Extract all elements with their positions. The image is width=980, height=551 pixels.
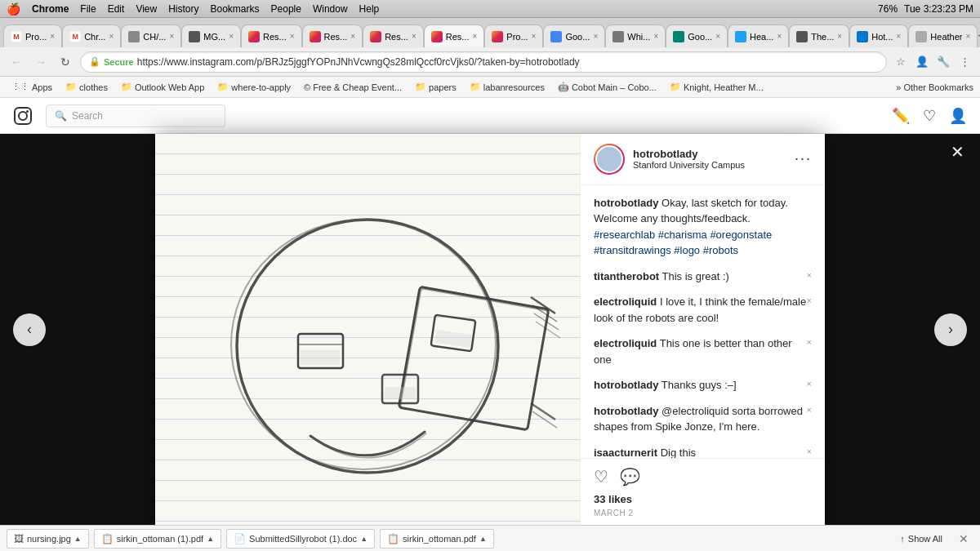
heart-icon[interactable]: ♡ xyxy=(923,107,936,125)
menu-window[interactable]: Window xyxy=(313,3,348,15)
tab-5[interactable]: Res... × xyxy=(241,24,302,47)
caption-hashtag-5[interactable]: #logo xyxy=(674,244,700,256)
download-item-3[interactable]: 📄 SubmittedSillyrobot (1).doc ▲ xyxy=(226,529,375,549)
bookmarks-more[interactable]: » Other Bookmarks xyxy=(896,82,973,92)
tab-close-10[interactable]: × xyxy=(593,32,598,41)
comment-close-3[interactable]: × xyxy=(807,337,812,347)
commenter-5[interactable]: hotrobotlady xyxy=(594,405,658,417)
download-arrow-1[interactable]: ▲ xyxy=(74,535,82,543)
tab-15[interactable]: Hot... × xyxy=(849,24,908,47)
download-arrow-3[interactable]: ▲ xyxy=(360,535,368,543)
tab-1[interactable]: M Pro... × xyxy=(3,24,62,47)
bookmark-papers[interactable]: 📁 papers xyxy=(410,80,461,94)
tab-close-15[interactable]: × xyxy=(897,32,902,41)
comment-close-6[interactable]: × xyxy=(807,447,812,456)
tab-6[interactable]: Res... × xyxy=(302,24,363,47)
bookmark-knight[interactable]: 📁 Knight, Heather M... xyxy=(665,80,768,94)
modal-prev-button[interactable]: ‹ xyxy=(13,313,46,346)
caption-hashtag-2[interactable]: #charisma xyxy=(658,229,707,241)
download-bar-close[interactable]: ✕ xyxy=(954,531,973,547)
tab-close-13[interactable]: × xyxy=(777,32,782,41)
menu-help[interactable]: Help xyxy=(359,3,380,15)
bookmark-laban[interactable]: 📁 labanresources xyxy=(465,80,550,94)
comment-close-2[interactable]: × xyxy=(807,295,812,305)
tab-close-3[interactable]: × xyxy=(169,32,174,41)
tab-close-4[interactable]: × xyxy=(229,32,234,41)
download-item-4[interactable]: 📋 sirkin_ottoman.pdf ▲ xyxy=(380,529,494,549)
url-bar[interactable]: 🔒 Secure https://www.instagram.com/p/BRJ… xyxy=(80,51,887,73)
tab-14[interactable]: The... × xyxy=(789,24,849,47)
profile-icon[interactable]: 👤 xyxy=(913,53,931,71)
like-button[interactable]: ♡ xyxy=(594,467,608,487)
comment-close-5[interactable]: × xyxy=(807,405,812,415)
tab-close-12[interactable]: × xyxy=(715,32,720,41)
tab-heather[interactable]: Heather × xyxy=(908,24,978,47)
post-username[interactable]: hotrobotlady xyxy=(633,148,745,160)
back-button[interactable]: ← xyxy=(7,52,26,72)
menu-view[interactable]: View xyxy=(136,3,157,15)
tab-3[interactable]: CH/... × xyxy=(121,24,181,47)
tab-close-1[interactable]: × xyxy=(50,32,55,41)
reload-button[interactable]: ↻ xyxy=(56,52,75,72)
instagram-search-bar[interactable]: 🔍 Search xyxy=(46,104,225,127)
modal-close-button[interactable]: ✕ xyxy=(944,139,970,165)
tab-close-heather[interactable]: × xyxy=(965,32,970,41)
menu-history[interactable]: History xyxy=(168,3,198,15)
tab-close-11[interactable]: × xyxy=(653,32,658,41)
bookmark-outlook[interactable]: 📁 Outlook Web App xyxy=(116,80,209,94)
edit-icon[interactable]: ✏️ xyxy=(892,107,910,125)
caption-hashtag-6[interactable]: #robots xyxy=(703,244,738,256)
tab-7[interactable]: Res... × xyxy=(363,24,424,47)
caption-hashtag-3[interactable]: #oregonstate xyxy=(710,229,772,241)
commenter-4[interactable]: hotrobotlady xyxy=(594,379,658,391)
menu-edit[interactable]: Edit xyxy=(108,3,125,15)
tab-close-8[interactable]: × xyxy=(472,32,477,41)
tab-close-7[interactable]: × xyxy=(412,32,416,41)
tab-10[interactable]: Goo... × xyxy=(543,24,605,47)
bookmark-free-events[interactable]: © Free & Cheap Event... xyxy=(299,81,407,94)
commenter-2[interactable]: electroliquid xyxy=(594,295,657,308)
modal-next-button[interactable]: › xyxy=(934,313,967,346)
post-location[interactable]: Stanford University Campus xyxy=(633,160,745,170)
caption-hashtag-1[interactable]: #researchlab xyxy=(594,229,655,241)
tab-8-active[interactable]: Res... × xyxy=(424,24,485,47)
apple-menu[interactable]: 🍎 xyxy=(7,2,20,16)
menu-people[interactable]: People xyxy=(271,3,301,15)
download-arrow-4[interactable]: ▲ xyxy=(479,535,487,543)
show-all-button[interactable]: ↑ Show All xyxy=(893,532,949,545)
comment-close-1[interactable]: × xyxy=(807,270,812,280)
bookmark-where-to-apply[interactable]: 📁 where-to-apply xyxy=(212,80,296,94)
tab-close-5[interactable]: × xyxy=(290,32,295,41)
comment-close-4[interactable]: × xyxy=(807,379,812,389)
menu-file[interactable]: File xyxy=(80,3,96,15)
menu-bookmarks[interactable]: Bookmarks xyxy=(211,3,260,15)
forward-button[interactable]: → xyxy=(31,52,51,72)
bookmark-clothes[interactable]: 📁 clothes xyxy=(60,80,113,94)
commenter-3[interactable]: electroliquid xyxy=(594,337,657,349)
bookmark-cobot[interactable]: 🤖 Cobot Main – Cobo... xyxy=(553,80,662,94)
download-item-2[interactable]: 📋 sirkin_ottoman (1).pdf ▲ xyxy=(94,529,221,549)
commenter-1[interactable]: titantherobot xyxy=(594,270,659,282)
tab-13[interactable]: Hea... × xyxy=(728,24,789,47)
menu-icon[interactable]: ⋮ xyxy=(956,53,973,71)
post-avatar[interactable] xyxy=(594,144,625,175)
profile-icon[interactable]: 👤 xyxy=(949,107,967,125)
post-options-button[interactable]: ··· xyxy=(795,150,812,167)
caption-username[interactable]: hotrobotlady xyxy=(594,197,658,209)
tab-close-2[interactable]: × xyxy=(109,32,114,41)
tab-close-6[interactable]: × xyxy=(350,32,355,41)
download-arrow-2[interactable]: ▲ xyxy=(207,535,214,543)
tab-9[interactable]: Pro... × xyxy=(484,24,543,47)
bookmark-apps[interactable]: ⋮⋮ Apps xyxy=(7,80,57,94)
menu-chrome[interactable]: Chrome xyxy=(32,3,69,15)
tab-12[interactable]: Goo... × xyxy=(666,24,728,47)
download-item-1[interactable]: 🖼 nursing.jpg ▲ xyxy=(7,529,89,549)
tab-close-14[interactable]: × xyxy=(837,32,842,41)
tab-close-9[interactable]: × xyxy=(532,32,537,41)
bookmark-star-icon[interactable]: ☆ xyxy=(892,53,910,71)
tab-4[interactable]: MG... × xyxy=(181,24,241,47)
comment-button[interactable]: 💬 xyxy=(620,467,640,487)
extension-icon[interactable]: 🔧 xyxy=(934,53,952,71)
caption-hashtag-4[interactable]: #transitdrawings xyxy=(594,244,671,256)
tab-2[interactable]: M Chr... × xyxy=(62,24,121,47)
